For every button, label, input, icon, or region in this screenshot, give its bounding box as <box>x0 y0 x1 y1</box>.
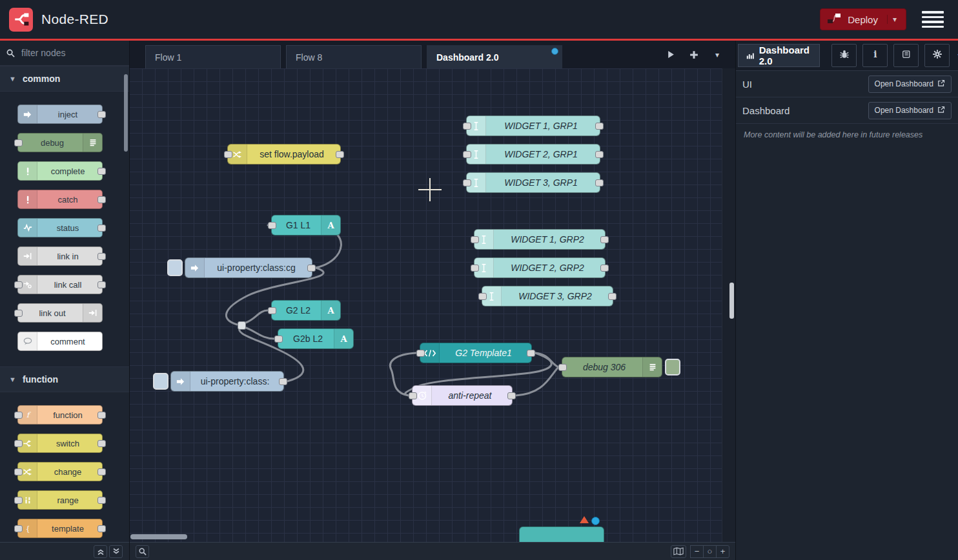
flow-node-g2l2[interactable]: AG2 L2 <box>271 300 341 321</box>
navigator-button[interactable] <box>671 545 686 558</box>
palette-node-range[interactable]: range <box>17 490 103 510</box>
filter-nodes-input[interactable] <box>20 47 113 59</box>
palette-node-inject[interactable]: inject <box>17 105 103 124</box>
palette-scrollbar[interactable] <box>124 74 128 152</box>
output-port[interactable] <box>97 225 106 232</box>
add-flow-button[interactable] <box>687 48 701 62</box>
flow-tab-Flow-1[interactable]: Flow 1 <box>145 45 281 68</box>
flow-node-partial[interactable] <box>519 526 604 542</box>
output-port[interactable] <box>97 253 106 260</box>
sidebar-tool-node-help[interactable]: i <box>862 44 888 67</box>
palette-node-catch[interactable]: catch <box>17 190 103 209</box>
palette-node-debug[interactable]: debug <box>17 133 103 152</box>
input-port[interactable] <box>471 265 479 272</box>
input-port[interactable] <box>268 222 276 229</box>
palette-node-function[interactable]: ffunction <box>17 405 103 425</box>
flow-node-set_payload[interactable]: set flow.payload <box>227 144 341 165</box>
palette-node-link-in[interactable]: link in <box>17 246 103 266</box>
palette-category-function[interactable]: ▼function <box>0 366 129 392</box>
output-port[interactable] <box>97 412 106 419</box>
flow-tab-Flow-8[interactable]: Flow 8 <box>286 45 422 68</box>
flow-node-inject1[interactable]: ui-property:class:cg <box>185 257 312 278</box>
palette-category-common[interactable]: ▼common <box>0 66 129 92</box>
flow-node-g1l1[interactable]: AG1 L1 <box>271 215 341 235</box>
sidebar-tool-docs[interactable] <box>893 44 919 67</box>
output-port[interactable] <box>336 151 344 158</box>
output-port[interactable] <box>307 265 316 272</box>
sidebar-tool-settings[interactable] <box>924 44 950 67</box>
input-port[interactable] <box>471 236 479 243</box>
flow-node-g2bl2[interactable]: AG2b L2 <box>278 328 354 349</box>
output-port[interactable] <box>97 168 106 175</box>
output-port[interactable] <box>595 123 604 130</box>
palette-node-complete[interactable]: complete <box>17 161 103 181</box>
output-port[interactable] <box>527 350 535 357</box>
inject-button[interactable] <box>153 373 168 390</box>
palette-node-change[interactable]: change <box>17 462 103 481</box>
flow-node-w2g1[interactable]: WIDGET 2, GRP1 <box>466 144 600 165</box>
zoom-in-button[interactable]: + <box>716 545 729 558</box>
output-port[interactable] <box>595 179 604 186</box>
input-port[interactable] <box>14 440 23 447</box>
flow-node-w1g1[interactable]: WIDGET 1, GRP1 <box>466 115 600 136</box>
palette-search[interactable] <box>0 41 129 66</box>
deploy-button[interactable]: Deploy ▾ <box>820 8 906 30</box>
input-port[interactable] <box>558 364 567 371</box>
palette-node-status[interactable]: status <box>17 218 103 237</box>
flow-node-antirepeat[interactable]: anti-repeat <box>412 385 513 406</box>
input-port[interactable] <box>274 335 283 343</box>
palette-node-template[interactable]: {template <box>17 519 103 538</box>
wire-junction[interactable] <box>238 321 246 330</box>
output-port[interactable] <box>595 151 604 158</box>
input-port[interactable] <box>409 392 417 399</box>
palette-node-link-out[interactable]: link out <box>17 303 103 323</box>
input-port[interactable] <box>463 179 471 186</box>
open-dashboard-button[interactable]: Open Dashboard <box>868 102 952 119</box>
input-port[interactable] <box>224 151 232 158</box>
flow-node-g2t1[interactable]: G2 Template1 <box>420 343 532 363</box>
input-port[interactable] <box>14 310 23 317</box>
palette-node-link-call[interactable]: link call <box>17 275 103 294</box>
input-port[interactable] <box>14 468 23 475</box>
next-tab-button[interactable] <box>664 48 678 62</box>
output-port[interactable] <box>279 378 287 385</box>
debug-toggle-button[interactable] <box>665 359 680 375</box>
flow-tab-Dashboard-2.0[interactable]: Dashboard 2.0 <box>427 45 562 68</box>
output-port[interactable] <box>97 111 106 118</box>
flow-node-w1g2[interactable]: WIDGET 1, GRP2 <box>474 229 606 250</box>
input-port[interactable] <box>14 412 23 419</box>
output-port[interactable] <box>97 440 106 447</box>
input-port[interactable] <box>416 350 425 357</box>
flow-node-debug306[interactable]: debug 306 <box>562 357 662 377</box>
tab-list-caret[interactable]: ▾ <box>710 48 724 62</box>
flow-node-w2g2[interactable]: WIDGET 2, GRP2 <box>474 257 606 278</box>
inject-button[interactable] <box>167 259 183 276</box>
input-port[interactable] <box>14 281 23 288</box>
output-port[interactable] <box>97 497 106 504</box>
sidebar-tab-dashboard[interactable]: Dashboard 2.0 <box>738 44 820 67</box>
output-port[interactable] <box>507 392 516 399</box>
input-port[interactable] <box>478 293 487 300</box>
output-port[interactable] <box>97 525 106 532</box>
deploy-options-caret[interactable]: ▾ <box>887 15 902 24</box>
output-port[interactable] <box>97 281 106 288</box>
expand-all-button[interactable] <box>109 545 123 558</box>
sidebar-tool-debug-messages[interactable] <box>831 44 857 67</box>
search-flows-button[interactable] <box>136 545 149 558</box>
output-port[interactable] <box>97 468 106 475</box>
wire-junction1-to-g2l2[interactable] <box>246 310 268 323</box>
flow-node-inject2[interactable]: ui-property:class: <box>170 371 284 392</box>
output-port[interactable] <box>600 265 609 272</box>
input-port[interactable] <box>463 123 471 130</box>
output-port[interactable] <box>608 293 617 300</box>
flow-node-w3g2[interactable]: WIDGET 3, GRP2 <box>482 286 613 306</box>
flow-node-w3g1[interactable]: WIDGET 3, GRP1 <box>466 172 600 193</box>
zoom-out-button[interactable]: − <box>690 545 704 558</box>
input-port[interactable] <box>14 525 23 532</box>
output-port[interactable] <box>600 236 609 243</box>
collapse-all-button[interactable] <box>94 545 107 558</box>
open-dashboard-button[interactable]: Open Dashboard <box>868 75 952 93</box>
input-port[interactable] <box>268 307 276 314</box>
flow-canvas[interactable]: set flow.payloadWIDGET 1, GRP1WIDGET 2, … <box>129 68 736 542</box>
input-port[interactable] <box>14 497 23 504</box>
